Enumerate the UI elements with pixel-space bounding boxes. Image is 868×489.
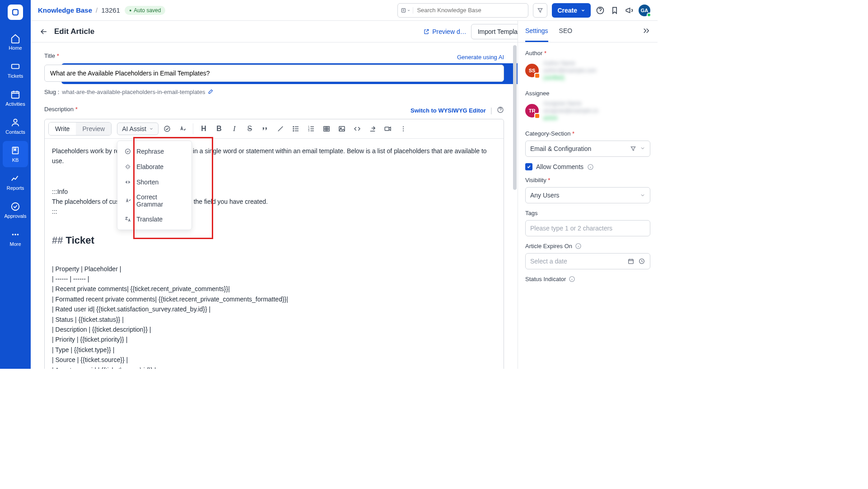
author-row[interactable]: SS Author Nameauthor@example.com(verifie…: [525, 60, 650, 81]
strike-icon[interactable]: S: [243, 122, 257, 136]
svg-rect-21: [339, 127, 345, 132]
editor-toolbar: Write Preview AI Assist Rephrase Elabora…: [45, 119, 504, 139]
write-tab[interactable]: Write: [49, 122, 76, 135]
category-select[interactable]: Email & Configuration: [525, 141, 650, 157]
nav-activities[interactable]: Activities: [3, 85, 28, 111]
allow-comments-checkbox[interactable]: Allow Comments: [525, 163, 650, 170]
svg-rect-29: [629, 259, 634, 263]
ai-translate[interactable]: Translate: [117, 212, 191, 227]
toolbar-check-icon[interactable]: [160, 122, 174, 136]
tags-label: Tags: [525, 210, 650, 216]
search-prefix-icon[interactable]: [398, 7, 413, 14]
info-icon[interactable]: [587, 164, 594, 170]
generate-ai-link[interactable]: Generate using AI: [457, 54, 504, 61]
toolbar-spellcheck-icon[interactable]: [176, 122, 189, 136]
nav-contacts[interactable]: Contacts: [3, 113, 28, 139]
breadcrumb: Knowledge Base / 13261: [38, 6, 120, 14]
title-input[interactable]: [44, 65, 504, 82]
preview-tab[interactable]: Preview: [76, 122, 111, 135]
nav-approvals[interactable]: Approvals: [3, 197, 28, 223]
app-logo[interactable]: [8, 5, 23, 20]
calendar-icon: [627, 258, 635, 265]
expand-panel-icon[interactable]: [642, 27, 650, 37]
visibility-select[interactable]: Any Users: [525, 187, 650, 203]
svg-point-26: [403, 130, 404, 131]
ol-icon[interactable]: 123: [304, 122, 318, 136]
user-avatar[interactable]: GA: [639, 5, 650, 16]
svg-point-6: [12, 234, 14, 235]
dots-icon: [10, 230, 20, 240]
edit-slug-icon[interactable]: [208, 88, 214, 96]
code-icon[interactable]: [350, 122, 364, 136]
chevron-down-icon: [149, 127, 154, 131]
switch-editor-link[interactable]: Switch to WYSIWYG Editor: [411, 107, 486, 114]
ai-assist-button[interactable]: AI Assist: [117, 122, 159, 135]
info-icon[interactable]: [569, 276, 575, 282]
hr-icon[interactable]: [274, 122, 287, 136]
nav-more[interactable]: More: [3, 225, 28, 251]
nav-kb[interactable]: KB: [3, 141, 28, 167]
quote-icon[interactable]: [258, 122, 272, 136]
help-desc-icon[interactable]: [497, 106, 504, 115]
chevron-down-icon: [581, 8, 585, 13]
more-toolbar-icon[interactable]: [397, 122, 410, 136]
create-button[interactable]: Create: [552, 3, 591, 18]
ai-correct[interactable]: Correct Grammar: [117, 190, 191, 212]
info-icon[interactable]: [575, 243, 582, 249]
ai-rephrase[interactable]: Rephrase: [117, 144, 191, 159]
tab-seo[interactable]: SEO: [559, 21, 573, 42]
assignee-row[interactable]: TR Assignee Nameassignee@example.coactiv…: [525, 100, 650, 121]
ticket-icon: [10, 61, 20, 71]
home-icon: [10, 33, 20, 43]
help-icon[interactable]: [595, 5, 605, 15]
megaphone-icon[interactable]: [624, 5, 634, 15]
expires-date-input[interactable]: Select a date: [525, 253, 650, 269]
svg-rect-1: [12, 64, 19, 68]
assignee-label: Assignee: [525, 90, 650, 97]
table-icon[interactable]: [320, 122, 333, 136]
ai-assist-dropdown: Rephrase Elaborate Shorten Correct Gramm…: [117, 141, 192, 230]
person-icon: [10, 118, 20, 127]
editor-content[interactable]: Placeholders work by referencing a data …: [45, 139, 504, 369]
bookmark-icon[interactable]: [610, 5, 620, 15]
editor-tabs: Write Preview: [48, 122, 112, 136]
elaborate-icon: [124, 163, 132, 171]
svg-point-16: [293, 131, 294, 132]
preview-link[interactable]: Preview d…: [423, 28, 466, 35]
ul-icon[interactable]: [289, 122, 303, 136]
author-label: Author *: [525, 50, 650, 56]
nav-reports[interactable]: Reports: [3, 169, 28, 195]
right-tabs: Settings SEO: [518, 21, 658, 42]
status-indicator-label: Status Indicator: [525, 276, 650, 282]
breadcrumb-id: 13261: [101, 6, 120, 14]
image-icon[interactable]: [335, 122, 349, 136]
filter-icon: [537, 7, 543, 14]
search-input[interactable]: [413, 7, 528, 14]
calendar-icon: [10, 89, 20, 99]
heading-icon[interactable]: H: [197, 122, 210, 136]
nav-home[interactable]: Home: [3, 29, 28, 55]
online-status-icon: [647, 13, 651, 17]
nav-tickets[interactable]: Tickets: [3, 57, 28, 83]
svg-rect-23: [385, 127, 389, 131]
filter-button[interactable]: [533, 3, 547, 18]
editor: Write Preview AI Assist Rephrase Elabora…: [44, 119, 504, 369]
visibility-label: Visibility *: [525, 177, 650, 183]
description-label: Description *: [44, 106, 78, 113]
scrollbar[interactable]: [513, 45, 517, 190]
chevron-down-icon: [640, 193, 645, 198]
back-button[interactable]: [38, 26, 50, 38]
filter-icon: [630, 146, 636, 152]
svg-rect-20: [324, 127, 329, 132]
video-icon[interactable]: [381, 122, 395, 136]
tab-settings[interactable]: Settings: [525, 21, 548, 42]
svg-point-24: [403, 126, 404, 127]
tags-input[interactable]: Please type 1 or 2 characters: [525, 220, 650, 236]
ai-elaborate[interactable]: Elaborate: [117, 159, 191, 174]
search-box[interactable]: [397, 3, 528, 18]
italic-icon[interactable]: I: [228, 122, 241, 136]
breadcrumb-root[interactable]: Knowledge Base: [38, 6, 92, 14]
ai-shorten[interactable]: Shorten: [117, 174, 191, 190]
bold-icon[interactable]: B: [212, 122, 226, 136]
indent-icon[interactable]: [366, 122, 379, 136]
